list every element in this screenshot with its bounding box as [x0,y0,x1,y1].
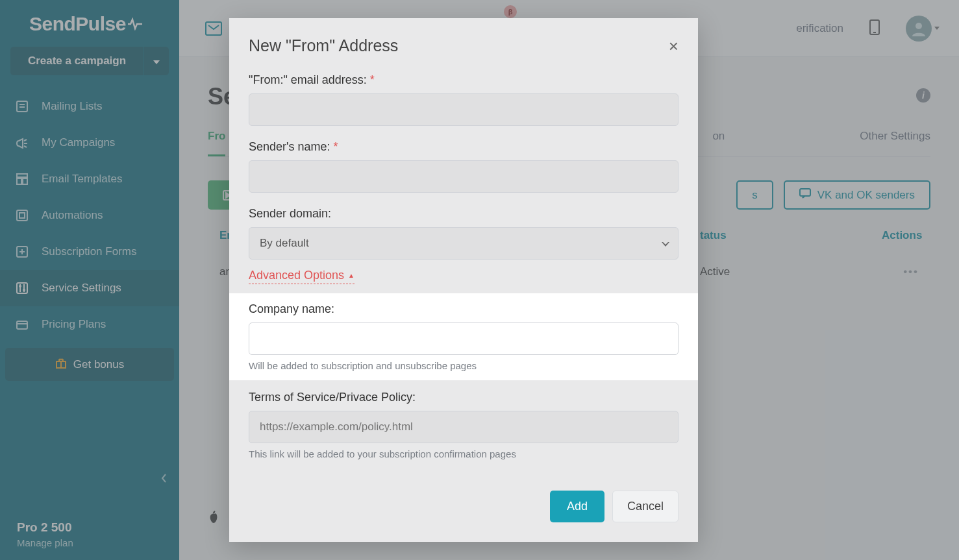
new-from-address-modal: New "From" Address × "From:" email addre… [229,18,698,542]
cancel-button[interactable]: Cancel [612,491,679,522]
modal-title: New "From" Address [249,36,398,55]
company-name-input[interactable] [249,323,679,355]
add-button[interactable]: Add [550,491,604,522]
company-name-label: Company name: [249,302,679,316]
sender-domain-select[interactable] [249,227,679,260]
close-button[interactable]: × [669,38,679,55]
sender-name-input[interactable] [249,160,679,193]
sender-domain-label: Sender domain: [249,207,679,221]
caret-up-icon: ▲ [348,272,355,279]
company-help-text: Will be added to subscription and unsubs… [249,360,679,371]
sender-name-label: Sender's name: * [249,140,679,154]
from-email-label: "From:" email address: * [249,73,679,87]
tos-label: Terms of Service/Privace Policy: [249,391,679,404]
from-email-input[interactable] [249,93,679,126]
tos-help-text: This link will be added to your subscrip… [249,448,679,459]
advanced-options-toggle[interactable]: Advanced Options▲ [249,269,355,284]
tos-input[interactable] [249,411,679,443]
